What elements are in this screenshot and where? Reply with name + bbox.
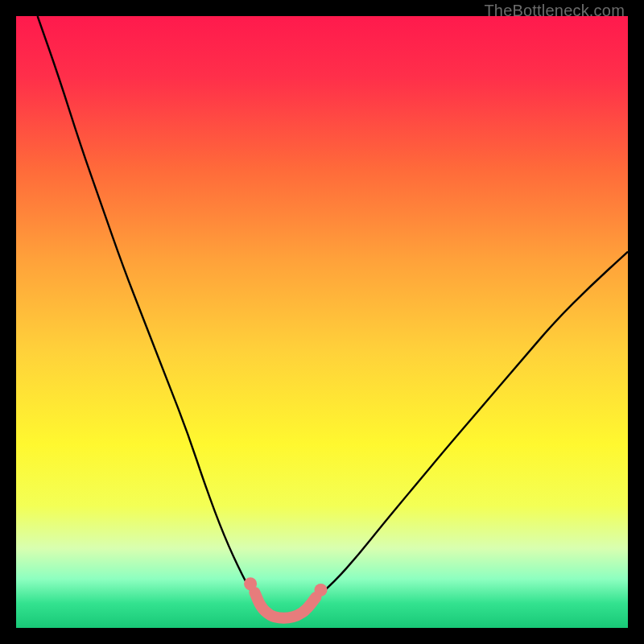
gradient-background	[16, 16, 628, 628]
chart-canvas	[16, 16, 628, 628]
watermark-text: TheBottleneck.com	[484, 2, 625, 20]
plot-area	[16, 16, 628, 628]
dot-valley-dots	[314, 584, 327, 597]
outer-frame: TheBottleneck.com	[0, 0, 644, 644]
dot-valley-dots	[244, 577, 257, 590]
